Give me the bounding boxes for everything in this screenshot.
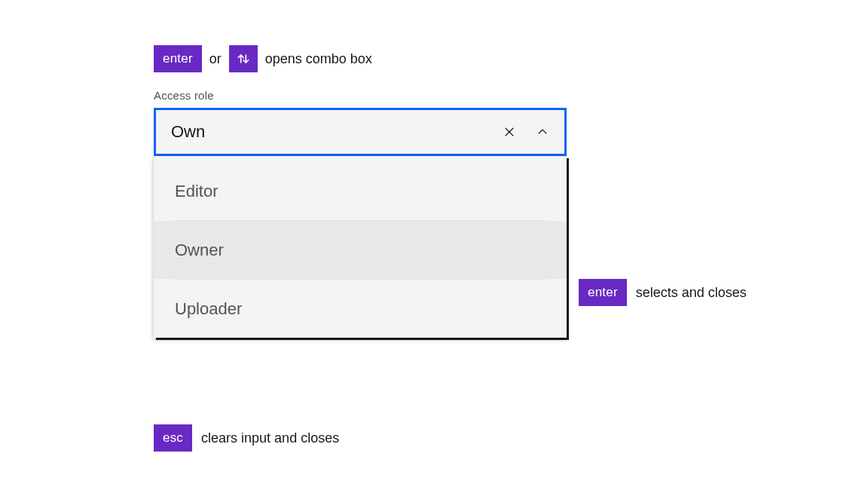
list-item[interactable]: Uploader (154, 280, 567, 338)
esc-hint-text: clears input and closes (201, 430, 339, 446)
select-hint-text: selects and closes (636, 285, 747, 301)
combobox-icons (500, 122, 552, 142)
list-item-label: Uploader (175, 299, 242, 319)
esc-key-badge: esc (154, 424, 192, 452)
list-item-label: Editor (175, 182, 218, 201)
combobox-listbox[interactable]: Editor Owner Uploader (154, 156, 567, 338)
toggle-button[interactable] (533, 122, 552, 142)
list-item[interactable]: Owner (154, 221, 567, 279)
list-item-label: Owner (175, 240, 224, 260)
open-hint-text: opens combo box (265, 51, 372, 67)
combobox-input[interactable] (171, 122, 500, 142)
arrows-up-down-icon (236, 51, 251, 66)
list-item[interactable]: Editor (154, 162, 567, 220)
arrows-key-badge (229, 45, 258, 72)
chevron-up-icon (536, 125, 549, 139)
combobox-diagram: enter or opens combo box Access role (154, 45, 567, 338)
esc-hint-row: esc clears input and closes (154, 424, 339, 452)
clear-button[interactable] (500, 122, 519, 142)
close-icon (503, 125, 516, 139)
field-label: Access role (154, 89, 567, 102)
or-text: or (209, 51, 222, 67)
enter-key-badge: enter (154, 45, 202, 72)
select-hint-row: enter selects and closes (579, 279, 747, 306)
combobox[interactable]: Editor Owner Uploader (154, 108, 567, 338)
open-hint-row: enter or opens combo box (154, 45, 567, 72)
combobox-field[interactable] (154, 108, 567, 156)
enter-key-badge: enter (579, 279, 627, 306)
